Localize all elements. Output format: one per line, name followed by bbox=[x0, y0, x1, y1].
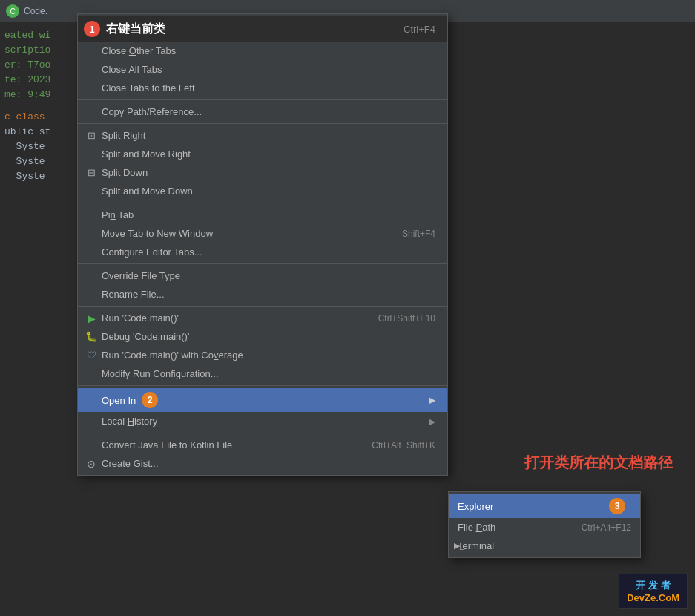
menu-item-debug-main[interactable]: 🐛 Debug 'Code.main()' bbox=[78, 327, 447, 346]
split-down-icon: ⊟ bbox=[84, 167, 99, 178]
menu-item-label: Debug 'Code.main()' bbox=[102, 331, 189, 342]
menu-item-label: Configure Editor Tabs... bbox=[102, 246, 202, 258]
submenu-item-explorer[interactable]: Explorer 3 bbox=[449, 494, 640, 518]
badge-2: 2 bbox=[142, 392, 158, 408]
submenu-item-label: Explorer bbox=[458, 501, 493, 512]
terminal-icon: ▶_ bbox=[452, 541, 467, 551]
submenu-item-shortcut: Ctrl+Alt+F12 bbox=[582, 522, 631, 533]
header-shortcut: Ctrl+F4 bbox=[404, 24, 435, 35]
menu-item-label: Pin Tab bbox=[102, 209, 134, 220]
code-editor: eated wi scriptio er: T7oo te: 2023 me: … bbox=[0, 22, 78, 616]
coverage-icon: 🛡 bbox=[84, 350, 99, 361]
submenu-arrow: ▶ bbox=[429, 395, 435, 405]
menu-item-shortcut: Shift+F4 bbox=[402, 229, 435, 239]
code-line: Syste bbox=[4, 169, 73, 184]
menu-item-pin-tab[interactable]: Pin Tab bbox=[78, 206, 447, 224]
app-icon: C bbox=[6, 4, 19, 18]
menu-item-label: Create Gist... bbox=[102, 458, 159, 469]
code-line: ublic st bbox=[4, 125, 73, 140]
menu-item-label: Local History bbox=[102, 416, 157, 427]
code-line: er: T7oo bbox=[4, 58, 73, 73]
split-right-icon: ⊡ bbox=[84, 130, 99, 141]
code-line: te: 2023 bbox=[4, 73, 73, 88]
menu-item-close-all-tabs[interactable]: Close All Tabs bbox=[78, 60, 447, 79]
code-line: scriptio bbox=[4, 43, 73, 58]
separator-7 bbox=[78, 433, 447, 433]
badge-1: 1 bbox=[84, 21, 100, 37]
menu-item-run-main[interactable]: ▶ Run 'Code.main()' Ctrl+Shift+F10 bbox=[78, 309, 447, 327]
menu-item-override-file[interactable]: Override File Type bbox=[78, 266, 447, 285]
submenu-item-file-path[interactable]: File Path Ctrl+Alt+F12 bbox=[449, 518, 640, 537]
menu-header: 1 右键当前类 Ctrl+F4 bbox=[78, 16, 447, 42]
menu-item-split-down[interactable]: ⊟ Split Down bbox=[78, 163, 447, 182]
separator-4 bbox=[78, 263, 447, 264]
annotation-red-text: 打开类所在的文档路径 bbox=[524, 453, 673, 473]
menu-item-split-move-right[interactable]: Split and Move Right bbox=[78, 145, 447, 163]
menu-item-label: Modify Run Configuration... bbox=[102, 368, 219, 379]
context-menu: 1 右键当前类 Ctrl+F4 Close Other Tabs Close A… bbox=[77, 13, 448, 476]
menu-item-label: Override File Type bbox=[102, 270, 180, 281]
submenu-item-terminal[interactable]: ▶_ Terminal bbox=[449, 537, 640, 555]
code-line: eated wi bbox=[4, 28, 73, 43]
menu-item-create-gist[interactable]: ⊙ Create Gist... bbox=[78, 454, 447, 473]
menu-item-label: Split Down bbox=[102, 167, 148, 178]
menu-item-close-tabs-left[interactable]: Close Tabs to the Left bbox=[78, 79, 447, 97]
menu-item-label: Run 'Code.main()' bbox=[102, 312, 179, 324]
header-label: 右键当前类 bbox=[106, 22, 165, 37]
code-line: Syste bbox=[4, 154, 73, 169]
watermark-top: 开 发 者 bbox=[627, 579, 679, 592]
submenu-arrow-history: ▶ bbox=[429, 416, 435, 427]
submenu-open-in: Explorer 3 File Path Ctrl+Alt+F12 ▶_ Ter… bbox=[448, 491, 641, 558]
menu-item-label: Open In bbox=[102, 395, 136, 406]
menu-item-label: Close All Tabs bbox=[102, 64, 162, 75]
code-line: Syste bbox=[4, 140, 73, 154]
menu-item-label: Split Right bbox=[102, 130, 145, 141]
submenu-item-label: File Path bbox=[458, 522, 495, 533]
github-icon: ⊙ bbox=[84, 458, 99, 470]
menu-item-open-in[interactable]: Open In 2 ▶ bbox=[78, 388, 447, 412]
menu-item-label: Copy Path/Reference... bbox=[102, 106, 202, 117]
menu-item-label: Run 'Code.main()' with Coverage bbox=[102, 350, 243, 361]
debug-icon: 🐛 bbox=[84, 331, 99, 342]
menu-item-label: Close Tabs to the Left bbox=[102, 82, 195, 94]
separator-1 bbox=[78, 99, 447, 100]
menu-item-label: Split and Move Down bbox=[102, 186, 193, 197]
menu-item-copy-path[interactable]: Copy Path/Reference... bbox=[78, 102, 447, 121]
badge-3: 3 bbox=[609, 498, 625, 514]
menu-item-coverage-main[interactable]: 🛡 Run 'Code.main()' with Coverage bbox=[78, 346, 447, 364]
menu-item-configure-tabs[interactable]: Configure Editor Tabs... bbox=[78, 243, 447, 261]
separator-2 bbox=[78, 123, 447, 124]
separator-6 bbox=[78, 385, 447, 386]
menu-item-modify-run[interactable]: Modify Run Configuration... bbox=[78, 364, 447, 383]
app-title: Code. bbox=[24, 6, 47, 16]
menu-item-convert-kotlin[interactable]: Convert Java File to Kotlin File Ctrl+Al… bbox=[78, 436, 447, 454]
watermark: 开 发 者 DevZe.CoM bbox=[619, 574, 688, 609]
code-line: me: 9:49 bbox=[4, 88, 73, 102]
menu-item-label: Convert Java File to Kotlin File bbox=[102, 439, 232, 450]
run-icon: ▶ bbox=[84, 312, 99, 324]
menu-item-move-tab[interactable]: Move Tab to New Window Shift+F4 bbox=[78, 224, 447, 243]
menu-item-split-move-down[interactable]: Split and Move Down bbox=[78, 182, 447, 200]
menu-item-close-other-tabs[interactable]: Close Other Tabs bbox=[78, 42, 447, 60]
menu-item-local-history[interactable]: Local History ▶ bbox=[78, 412, 447, 430]
menu-item-label: Move Tab to New Window bbox=[102, 228, 213, 239]
menu-item-label: Rename File... bbox=[102, 289, 165, 300]
menu-item-label: Close Other Tabs bbox=[102, 45, 176, 56]
menu-item-shortcut: Ctrl+Alt+Shift+K bbox=[372, 440, 435, 450]
separator-5 bbox=[78, 306, 447, 307]
menu-item-rename-file[interactable]: Rename File... bbox=[78, 285, 447, 304]
code-line: c class bbox=[4, 110, 73, 125]
menu-item-label: Split and Move Right bbox=[102, 148, 191, 160]
separator-3 bbox=[78, 203, 447, 203]
menu-item-shortcut: Ctrl+Shift+F10 bbox=[378, 313, 435, 324]
menu-item-split-right[interactable]: ⊡ Split Right bbox=[78, 126, 447, 145]
watermark-bottom: DevZe.CoM bbox=[627, 592, 679, 603]
